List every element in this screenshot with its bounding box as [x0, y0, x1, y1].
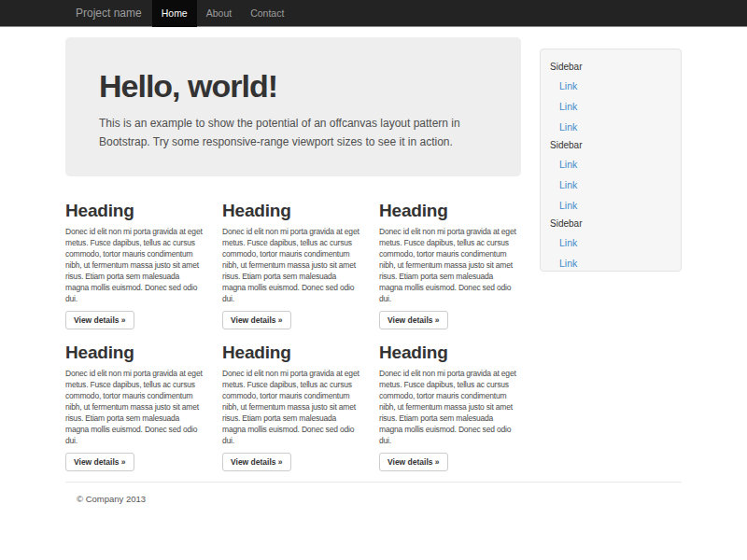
sidebar-link[interactable]: Link — [541, 253, 681, 273]
brand-link[interactable]: Project name — [65, 0, 152, 27]
sidebar-link[interactable]: Link — [541, 96, 681, 117]
view-details-button[interactable]: View details » — [379, 453, 448, 471]
view-details-button[interactable]: View details » — [222, 311, 291, 329]
sidebar-link[interactable]: Link — [541, 175, 681, 195]
navbar: Project name Home About Contact — [0, 0, 747, 27]
copyright-text: © Company 2013 — [77, 494, 682, 504]
sidebar-group-title: Sidebar — [541, 59, 681, 76]
card-body: Donec id elit non mi porta gravida at eg… — [222, 368, 364, 446]
nav-item-home[interactable]: Home — [152, 0, 197, 27]
page-container: Hello, world! This is an example to show… — [65, 37, 682, 515]
nav-link-home[interactable]: Home — [152, 0, 197, 27]
nav-item-contact[interactable]: Contact — [241, 0, 293, 27]
feature-card: Heading Donec id elit non mi porta gravi… — [379, 188, 521, 329]
footer: © Company 2013 — [65, 482, 682, 515]
page-title: Hello, world! — [99, 69, 487, 103]
card-body: Donec id elit non mi porta gravida at eg… — [379, 226, 521, 304]
card-heading: Heading — [222, 201, 364, 220]
sidebar-link[interactable]: Link — [541, 154, 681, 175]
sidebar-link[interactable]: Link — [541, 117, 681, 137]
card-body: Donec id elit non mi porta gravida at eg… — [65, 226, 207, 304]
feature-card: Heading Donec id elit non mi porta gravi… — [222, 329, 364, 471]
cards-row-2: Heading Donec id elit non mi porta gravi… — [65, 329, 523, 471]
sidebar-group-title: Sidebar — [541, 137, 681, 154]
sidebar-well: Sidebar Link Link Link Sidebar Link Link… — [540, 49, 682, 272]
view-details-button[interactable]: View details » — [65, 453, 134, 471]
view-details-button[interactable]: View details » — [222, 453, 291, 471]
cards-row-1: Heading Donec id elit non mi porta gravi… — [65, 188, 523, 329]
card-body: Donec id elit non mi porta gravida at eg… — [65, 368, 207, 446]
sidebar-link[interactable]: Link — [541, 232, 681, 253]
feature-card: Heading Donec id elit non mi porta gravi… — [65, 329, 207, 471]
feature-card: Heading Donec id elit non mi porta gravi… — [379, 329, 521, 471]
feature-card: Heading Donec id elit non mi porta gravi… — [222, 188, 364, 329]
nav-link-contact[interactable]: Contact — [241, 0, 293, 27]
card-body: Donec id elit non mi porta gravida at eg… — [379, 368, 521, 446]
view-details-button[interactable]: View details » — [379, 311, 448, 329]
jumbotron: Hello, world! This is an example to show… — [65, 37, 521, 176]
navbar-inner: Project name Home About Contact — [65, 0, 682, 27]
sidebar-link[interactable]: Link — [541, 76, 681, 96]
card-heading: Heading — [65, 201, 207, 220]
feature-card: Heading Donec id elit non mi porta gravi… — [65, 188, 207, 329]
card-heading: Heading — [222, 343, 364, 362]
sidebar-group-title: Sidebar — [541, 216, 681, 232]
card-body: Donec id elit non mi porta gravida at eg… — [222, 226, 364, 304]
card-heading: Heading — [65, 343, 207, 362]
nav-item-about[interactable]: About — [197, 0, 241, 27]
view-details-button[interactable]: View details » — [65, 311, 134, 329]
sidebar-link[interactable]: Link — [541, 195, 681, 216]
jumbotron-lead: This is an example to show the potential… — [99, 114, 487, 151]
card-heading: Heading — [379, 343, 521, 362]
navbar-menu: Home About Contact — [152, 0, 294, 27]
nav-link-about[interactable]: About — [197, 0, 241, 27]
main-column: Hello, world! This is an example to show… — [65, 37, 523, 471]
card-heading: Heading — [379, 201, 521, 220]
